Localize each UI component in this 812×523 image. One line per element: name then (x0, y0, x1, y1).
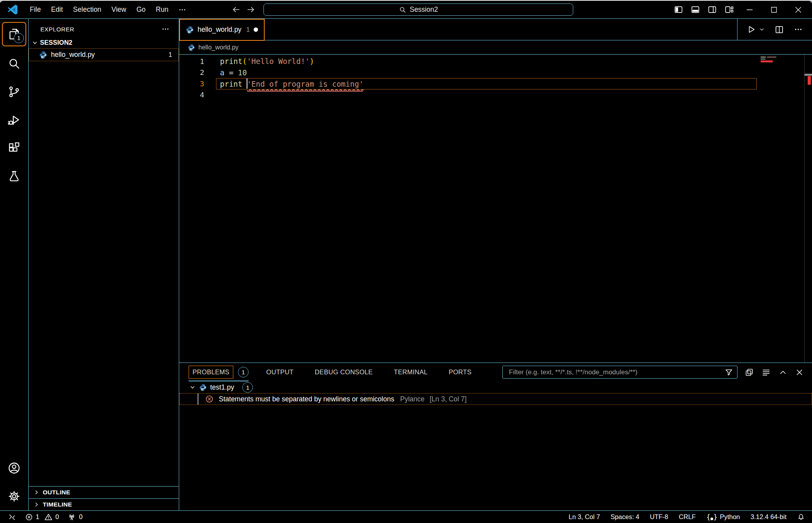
chevron-right-icon (33, 489, 40, 496)
testing-activity-icon[interactable] (2, 162, 27, 191)
menu-view[interactable]: View (106, 4, 131, 16)
source-control-activity-icon[interactable] (2, 78, 27, 106)
tab-label: hello_world.py (198, 26, 242, 34)
menu-file[interactable]: File (25, 4, 46, 16)
explorer-activity-icon[interactable]: 1 (2, 22, 26, 46)
run-debug-activity-icon[interactable] (2, 106, 27, 134)
python-file-icon (188, 44, 195, 51)
problems-file-group[interactable]: test1.py 1 (179, 381, 812, 393)
menu-run[interactable]: Run (151, 4, 173, 16)
toggle-panel-icon[interactable] (687, 2, 704, 17)
customize-layout-icon[interactable] (721, 2, 738, 17)
breadcrumb-item[interactable]: hello_world.py (198, 44, 238, 51)
chevron-down-icon (759, 27, 765, 32)
timeline-section[interactable]: TIMELINE (29, 498, 179, 510)
remote-indicator[interactable] (8, 513, 16, 521)
split-editor-icon[interactable] (775, 25, 784, 34)
python-file-icon (39, 51, 47, 59)
vscode-window: File Edit Selection View Go Run Session2 (0, 0, 812, 523)
view-as-table-icon[interactable] (762, 368, 770, 377)
line-number: 3 (179, 80, 204, 88)
language-status-icon: {} (706, 513, 717, 521)
problems-filter-input[interactable] (508, 368, 725, 377)
maximize-panel-icon[interactable] (779, 368, 787, 377)
command-center-search[interactable]: Session2 (263, 4, 573, 16)
problem-source: Pylance (400, 395, 424, 403)
search-value: Session2 (410, 5, 438, 14)
explorer-badge: 1 (14, 33, 24, 43)
menu-edit[interactable]: Edit (46, 4, 68, 16)
accounts-icon[interactable] (2, 454, 27, 482)
code-line-3-current: 3 print 'End of program is coming' (179, 78, 812, 89)
eol-sequence[interactable]: CRLF (679, 513, 696, 521)
close-button[interactable] (786, 3, 812, 16)
history-nav (232, 5, 255, 14)
group-file-name: test1.py (210, 383, 234, 392)
tab-terminal[interactable]: TERMINAL (391, 366, 431, 378)
python-file-icon (186, 26, 194, 34)
forward-arrow-icon[interactable] (247, 5, 255, 14)
indentation[interactable]: Spaces: 4 (610, 513, 639, 521)
notifications-bell-icon[interactable] (797, 513, 805, 521)
editor-group: hello_world.py 1 (179, 19, 812, 510)
python-interpreter[interactable]: 3.12.4 64-bit (750, 513, 787, 521)
menu-go[interactable]: Go (131, 4, 151, 16)
ports-status[interactable]: 0 (67, 513, 82, 521)
status-bar: 1 0 0 Ln 3, Col 7 Spaces: 4 UTF-8 (0, 510, 812, 523)
toggle-sidebar-icon[interactable] (670, 2, 687, 17)
filter-funnel-icon (725, 368, 733, 377)
problems-status[interactable]: 1 0 (25, 513, 59, 521)
back-arrow-icon[interactable] (232, 5, 240, 14)
editor-more-actions-icon[interactable] (794, 25, 803, 34)
toggle-secondary-sidebar-icon[interactable] (704, 2, 721, 17)
tab-hello-world[interactable]: hello_world.py 1 (179, 19, 265, 41)
activity-bar: 1 (0, 19, 29, 510)
problems-count-badge: 1 (238, 367, 249, 377)
collapse-all-icon[interactable] (745, 368, 754, 377)
problem-message: Statements must be separated by newlines… (219, 395, 394, 403)
search-icon (399, 6, 406, 13)
menu-more-icon[interactable] (173, 4, 191, 16)
modified-dot-icon[interactable] (254, 27, 258, 32)
extensions-activity-icon[interactable] (2, 134, 27, 162)
explorer-more-actions-icon[interactable] (162, 25, 169, 33)
encoding[interactable]: UTF-8 (650, 513, 668, 521)
editor-actions (737, 19, 812, 40)
menu-selection[interactable]: Selection (68, 4, 106, 16)
code-editor[interactable]: 1 print('Hello World!') 2 a = 10 3 print… (179, 55, 812, 363)
problem-row-selected[interactable]: Statements must be separated by newlines… (179, 393, 812, 405)
tab-problems[interactable]: PROBLEMS 1 (189, 366, 249, 379)
minimize-button[interactable] (738, 3, 762, 16)
file-item-hello-world[interactable]: hello_world.py 1 (29, 48, 179, 61)
overview-ruler[interactable] (804, 55, 812, 363)
folder-section-session2[interactable]: SESSION2 (29, 37, 179, 48)
titlebar: File Edit Selection View Go Run Session2 (0, 1, 812, 19)
cursor-position[interactable]: Ln 3, Col 7 (569, 513, 600, 521)
error-circle-icon (205, 395, 214, 403)
code-line-4: 4 (179, 89, 812, 101)
outline-section[interactable]: OUTLINE (29, 486, 179, 498)
breadcrumb[interactable]: hello_world.py (179, 40, 812, 55)
maximize-button[interactable] (762, 3, 786, 16)
problem-location: [Ln 3, Col 7] (430, 395, 467, 403)
settings-gear-icon[interactable] (2, 482, 27, 510)
line-number: 1 (179, 57, 204, 66)
explorer-sidebar: EXPLORER SESSION2 hello_world.py (29, 19, 179, 510)
tab-output[interactable]: OUTPUT (263, 366, 297, 378)
language-mode[interactable]: {} Python (706, 513, 740, 521)
menubar: File Edit Selection View Go Run (25, 4, 191, 16)
chevron-right-icon (33, 501, 40, 508)
file-problem-badge: 1 (169, 51, 172, 58)
ruler-error-marker (808, 76, 811, 85)
close-panel-icon[interactable] (796, 368, 803, 376)
minimap[interactable] (759, 55, 804, 62)
search-activity-icon[interactable] (2, 49, 27, 78)
tab-ports[interactable]: PORTS (445, 366, 475, 378)
titlebar-right (670, 2, 812, 17)
run-python-button[interactable] (747, 25, 765, 34)
panel-header: PROBLEMS 1 OUTPUT DEBUG CONSOLE TERMINAL… (179, 363, 812, 381)
problems-filter-box (502, 366, 738, 379)
ruler-cursor-marker (805, 74, 812, 76)
vscode-logo-icon (7, 4, 18, 15)
tab-debug-console[interactable]: DEBUG CONSOLE (311, 366, 376, 378)
